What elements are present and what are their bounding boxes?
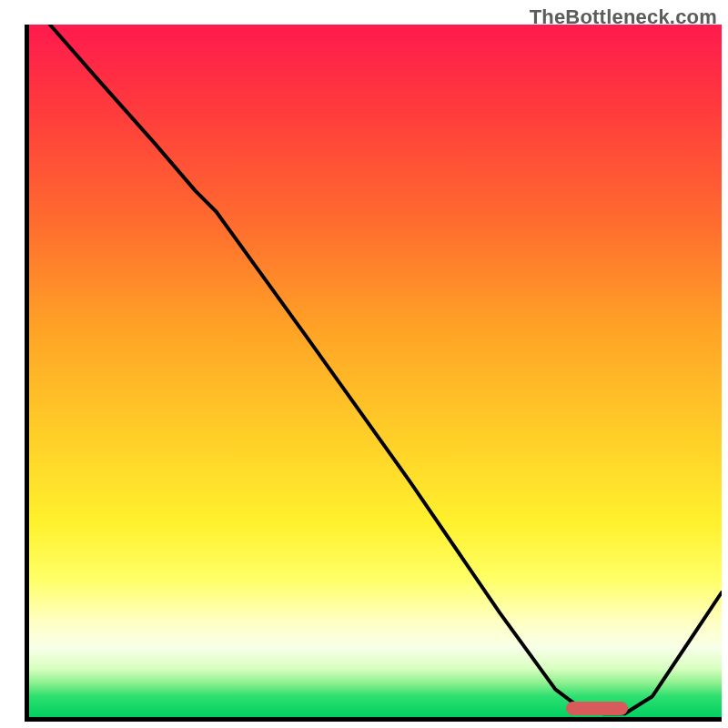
bottleneck-curve (29, 25, 722, 717)
optimum-marker (566, 702, 628, 715)
plot-area (25, 25, 722, 722)
bottleneck-curve-path (50, 25, 722, 713)
bottleneck-chart: TheBottleneck.com (0, 0, 728, 728)
